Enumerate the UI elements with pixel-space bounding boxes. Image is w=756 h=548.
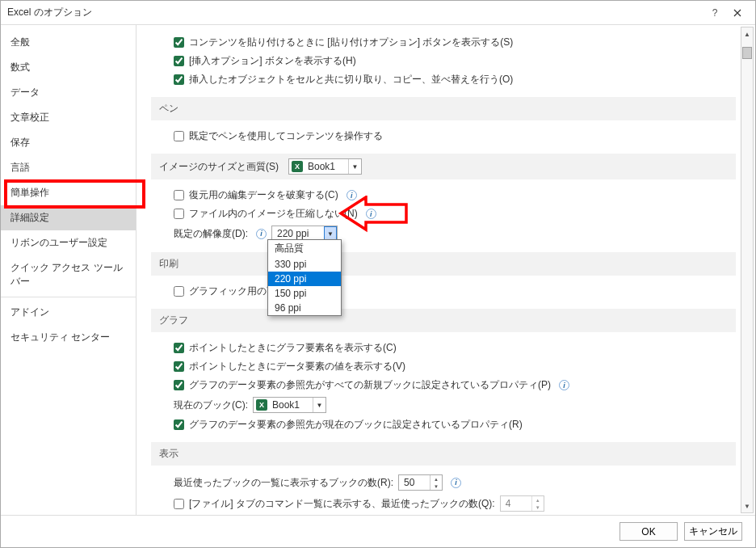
spinner-file-tab-value: 4 bbox=[501, 496, 531, 511]
sidebar-item-advanced[interactable]: 詳細設定 bbox=[1, 205, 136, 230]
ok-button[interactable]: OK bbox=[620, 522, 678, 541]
checkbox-cut-copy-sort-objects[interactable] bbox=[174, 74, 184, 85]
label-file-tab-recent: [ファイル] タブのコマンド一覧に表示する、最近使ったブックの数(Q): bbox=[189, 497, 495, 511]
section-header-display: 表示 bbox=[151, 442, 736, 466]
dropdown-item-150ppi[interactable]: 150 ppi bbox=[268, 286, 341, 301]
section-header-print: 印刷 bbox=[151, 252, 736, 276]
scroll-track[interactable] bbox=[741, 40, 753, 500]
label-current-book: 現在のブック(C): bbox=[174, 398, 248, 412]
combo-image-workbook-value: Book1 bbox=[303, 161, 348, 172]
label-chart-props-current: グラフのデータ要素の参照先が現在のブックに設定されているプロパティ(R) bbox=[189, 418, 523, 432]
sidebar-divider bbox=[1, 297, 136, 297]
sidebar-item-language[interactable]: 言語 bbox=[1, 155, 136, 180]
combo-current-book-value: Book1 bbox=[267, 399, 313, 411]
label-use-pen-default: 既定でペンを使用してコンテンツを操作する bbox=[189, 129, 383, 143]
checkbox-chart-data-value[interactable] bbox=[174, 361, 184, 372]
sidebar-item-ribbon[interactable]: リボンのユーザー設定 bbox=[1, 230, 136, 255]
section-title-pen: ペン bbox=[159, 102, 178, 116]
spinner-down-icon[interactable]: ▼ bbox=[532, 504, 544, 511]
label-chart-props-all-new: グラフのデータ要素の参照先がすべての新規ブックに設定されているプロパティ(P) bbox=[189, 378, 551, 392]
info-icon[interactable]: i bbox=[559, 380, 569, 390]
section-title-image: イメージのサイズと画質(S) bbox=[159, 160, 279, 174]
label-chart-element-name: ポイントしたときにグラフ要素名を表示する(C) bbox=[189, 341, 397, 355]
combo-image-workbook[interactable]: X Book1 ▼ bbox=[288, 158, 362, 175]
category-sidebar: 全般 数式 データ 文章校正 保存 言語 簡単操作 詳細設定 リボンのユーザー設… bbox=[1, 25, 136, 515]
checkbox-use-pen-default[interactable] bbox=[174, 131, 184, 141]
dropdown-item-96ppi[interactable]: 96 ppi bbox=[268, 301, 341, 315]
checkbox-file-tab-recent[interactable] bbox=[174, 499, 184, 509]
sidebar-item-formulas[interactable]: 数式 bbox=[1, 55, 136, 80]
spinner-up-icon[interactable]: ▲ bbox=[430, 475, 442, 483]
checkbox-high-quality-graphics[interactable] bbox=[174, 286, 184, 297]
chevron-down-icon: ▼ bbox=[348, 159, 361, 174]
label-no-compress-images: ファイル内のイメージを圧縮しない(N) bbox=[189, 207, 358, 221]
combo-current-book[interactable]: X Book1 ▼ bbox=[253, 397, 326, 413]
section-header-pen: ペン bbox=[151, 97, 736, 120]
combo-default-resolution-value: 220 ppi bbox=[272, 228, 324, 239]
sidebar-item-ease[interactable]: 簡単操作 bbox=[1, 180, 136, 205]
excel-icon: X bbox=[292, 161, 303, 172]
spinner-file-tab[interactable]: 4 ▲▼ bbox=[500, 495, 544, 512]
dropdown-item-330ppi[interactable]: 330 ppi bbox=[268, 257, 341, 272]
section-title-chart: グラフ bbox=[159, 314, 188, 327]
sidebar-item-addins[interactable]: アドイン bbox=[1, 300, 136, 325]
scroll-up-icon[interactable]: ▲ bbox=[741, 27, 753, 40]
dropdown-item-220ppi[interactable]: 220 ppi bbox=[268, 272, 341, 286]
help-button[interactable]: ? bbox=[704, 3, 726, 23]
label-show-insert-options: [挿入オプション] ボタンを表示する(H) bbox=[189, 54, 356, 68]
sidebar-item-proofing[interactable]: 文章校正 bbox=[1, 105, 136, 130]
label-cut-copy-sort-objects: 挿入したオブジェクトをセルと共に切り取り、コピー、並べ替えを行う(O) bbox=[189, 73, 513, 86]
checkbox-no-compress-images[interactable] bbox=[174, 209, 184, 219]
scroll-thumb[interactable] bbox=[742, 47, 752, 59]
spinner-recent-books[interactable]: 50 ▲▼ bbox=[398, 474, 443, 491]
spinner-down-icon[interactable]: ▼ bbox=[430, 483, 442, 490]
checkbox-chart-props-all-new[interactable] bbox=[174, 380, 184, 390]
sidebar-item-data[interactable]: データ bbox=[1, 80, 136, 105]
section-header-chart: グラフ bbox=[151, 309, 736, 332]
checkbox-chart-props-current[interactable] bbox=[174, 419, 184, 430]
sidebar-item-trust[interactable]: セキュリティ センター bbox=[1, 325, 136, 350]
section-title-print: 印刷 bbox=[159, 257, 178, 271]
label-default-resolution: 既定の解像度(D): bbox=[174, 227, 248, 241]
info-icon[interactable]: i bbox=[256, 229, 267, 239]
checkbox-chart-element-name[interactable] bbox=[174, 343, 184, 353]
sidebar-item-qat[interactable]: クイック アクセス ツール バー bbox=[1, 255, 136, 294]
checkbox-discard-edit-data[interactable] bbox=[174, 190, 184, 200]
cancel-button[interactable]: キャンセル bbox=[684, 522, 742, 541]
checkbox-show-paste-options[interactable] bbox=[174, 37, 184, 48]
section-title-display: 表示 bbox=[159, 447, 178, 461]
spinner-up-icon[interactable]: ▲ bbox=[532, 496, 544, 504]
options-content: コンテンツを貼り付けるときに [貼り付けオプション] ボタンを表示する(S) [… bbox=[136, 25, 755, 515]
dropdown-item-high-quality[interactable]: 高品質 bbox=[268, 240, 341, 257]
sidebar-item-general[interactable]: 全般 bbox=[1, 30, 136, 55]
excel-icon: X bbox=[256, 399, 267, 411]
close-button[interactable] bbox=[726, 3, 749, 23]
label-chart-data-value: ポイントしたときにデータ要素の値を表示する(V) bbox=[189, 360, 405, 373]
checkbox-show-insert-options[interactable] bbox=[174, 56, 184, 66]
vertical-scrollbar[interactable]: ▲ ▼ bbox=[741, 27, 754, 513]
scroll-down-icon[interactable]: ▼ bbox=[741, 500, 753, 512]
section-header-image: イメージのサイズと画質(S) X Book1 ▼ bbox=[151, 154, 736, 179]
label-discard-edit-data: 復元用の編集データを破棄する(C) bbox=[189, 188, 338, 202]
window-title: Excel のオプション bbox=[7, 6, 704, 19]
chevron-down-icon: ▼ bbox=[313, 398, 326, 412]
info-icon[interactable]: i bbox=[346, 190, 357, 200]
label-recent-books: 最近使ったブックの一覧に表示するブックの数(R): bbox=[174, 476, 393, 490]
dropdown-resolution: 高品質 330 ppi 220 ppi 150 ppi 96 ppi bbox=[267, 239, 342, 316]
label-show-paste-options: コンテンツを貼り付けるときに [貼り付けオプション] ボタンを表示する(S) bbox=[189, 36, 513, 49]
spinner-recent-books-value: 50 bbox=[399, 475, 430, 490]
info-icon[interactable]: i bbox=[451, 478, 461, 488]
info-icon[interactable]: i bbox=[366, 209, 376, 219]
sidebar-item-save[interactable]: 保存 bbox=[1, 130, 136, 155]
